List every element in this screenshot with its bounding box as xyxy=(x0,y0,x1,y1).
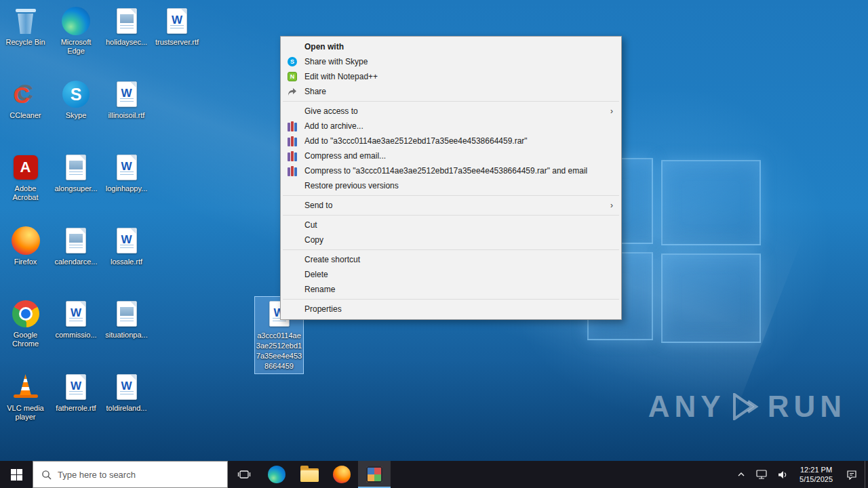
menu-icon-spacer xyxy=(285,304,300,314)
desktop-icon-label: trustserver.rtf xyxy=(155,38,199,47)
desktop-icon-microsoft-edge[interactable]: Microsoft Edge xyxy=(52,5,101,56)
menu-item-share[interactable]: Share xyxy=(282,84,620,99)
desktop-icon-adobe-acrobat[interactable]: AAdobe Acrobat xyxy=(1,152,50,202)
menu-item-properties[interactable]: Properties xyxy=(282,302,620,317)
desktop-icon-firefox[interactable]: Firefox xyxy=(1,225,50,266)
menu-item-rename[interactable]: Rename xyxy=(282,282,620,297)
chevron-up-icon xyxy=(737,472,745,477)
menu-item-label: Create shortcut xyxy=(304,255,613,264)
desktop-icon-loginhappy[interactable]: Wloginhappy... xyxy=(102,152,151,193)
desktop-icon-google-chrome[interactable]: Google Chrome xyxy=(1,298,50,348)
desktop-icon-fatherrole[interactable]: Wfatherrole.rtf xyxy=(52,371,101,413)
desktop-icon-label: VLC media player xyxy=(1,404,50,422)
vlc-media-player-icon xyxy=(10,371,41,403)
desktop-icon-recycle-bin[interactable]: Recycle Bin xyxy=(1,5,50,47)
desktop-icon-label: lossale.rtf xyxy=(111,258,142,266)
notepadpp-icon: N xyxy=(285,71,300,82)
taskbar-edge-button[interactable] xyxy=(260,461,293,488)
menu-icon-spacer xyxy=(285,254,300,265)
desktop-icon-label: Adobe Acrobat xyxy=(1,184,50,202)
tray-network-button[interactable] xyxy=(751,461,772,488)
menu-item-restore-previous-versions[interactable]: Restore previous versions xyxy=(282,178,620,193)
desktop-icon-label: fatherrole.rtf xyxy=(56,404,96,413)
clock-time: 12:21 PM xyxy=(800,465,833,474)
desktop-icon-holidaysec[interactable]: holidaysec... xyxy=(102,5,151,47)
desktop-icon-calendarce[interactable]: calendarce... xyxy=(52,225,101,266)
tray-chevron-up-button[interactable] xyxy=(732,461,751,488)
desktop-icon-toldireland[interactable]: Wtoldireland... xyxy=(102,371,151,413)
system-tray: 12:21 PM 5/15/2025 xyxy=(732,461,868,488)
menu-item-create-shortcut[interactable]: Create shortcut xyxy=(282,252,620,267)
menu-item-label: Rename xyxy=(304,285,613,294)
taskbar-file-explorer-button[interactable] xyxy=(293,461,326,488)
menu-item-cut[interactable]: Cut xyxy=(282,218,620,232)
submenu-arrow-icon: › xyxy=(610,201,613,210)
fatherrole-icon: W xyxy=(60,371,92,403)
taskbar-active-app-button[interactable] xyxy=(358,461,391,488)
menu-separator xyxy=(283,195,619,196)
edge-icon xyxy=(268,466,285,483)
menu-item-give-access-to[interactable]: Give access to› xyxy=(282,104,620,119)
desktop-icon-alongsuper[interactable]: alongsuper... xyxy=(52,152,101,193)
desktop-icon-skype[interactable]: SSkype xyxy=(52,79,101,120)
adobe-acrobat-icon: A xyxy=(10,152,41,183)
firefox-icon xyxy=(333,466,351,483)
desktop-icon-label: alongsuper... xyxy=(55,184,98,193)
menu-icon-spacer xyxy=(285,106,300,117)
menu-item-send-to[interactable]: Send to› xyxy=(282,198,620,213)
menu-separator xyxy=(283,215,619,216)
anyrun-watermark-right: RUN xyxy=(768,390,846,424)
submenu-arrow-icon: › xyxy=(610,106,613,116)
desktop-icon-label: Recycle Bin xyxy=(5,38,45,47)
search-icon xyxy=(41,470,52,480)
menu-item-label: Restore previous versions xyxy=(304,181,613,190)
tray-volume-button[interactable] xyxy=(772,461,793,488)
menu-item-add-to-a3ccc0114ae3ae2512ebd17a35ee4e45386[interactable]: Add to "a3ccc0114ae3ae2512ebd17a35ee4e45… xyxy=(282,134,620,148)
desktop-icon-label: Skype xyxy=(66,111,87,120)
desktop-icon-trustserver[interactable]: Wtrustserver.rtf xyxy=(153,5,202,47)
menu-item-label: Send to xyxy=(304,201,610,210)
action-center-button[interactable] xyxy=(839,461,865,488)
ccleaner-icon: CC xyxy=(10,79,41,110)
loginhappy-icon: W xyxy=(111,152,142,183)
taskbar-firefox-button[interactable] xyxy=(326,461,358,488)
menu-item-label: Compress to "a3ccc0114ae3ae2512ebd17a35e… xyxy=(304,166,613,176)
menu-item-label: Share with Skype xyxy=(304,57,613,66)
menu-icon-spacer xyxy=(285,284,300,295)
menu-item-label: Properties xyxy=(304,304,613,314)
anyrun-play-icon xyxy=(731,393,762,420)
taskbar-clock[interactable]: 12:21 PM 5/15/2025 xyxy=(793,465,839,484)
desktop-icon-illinoisoil[interactable]: Willinoisoil.rtf xyxy=(102,79,151,120)
menu-item-compress-and-email[interactable]: Compress and email... xyxy=(282,148,620,163)
desktop-icon-situationpa[interactable]: situationpa... xyxy=(102,298,151,340)
taskbar-search-input[interactable]: Type here to search xyxy=(33,461,228,488)
desktop-icon-label: CCleaner xyxy=(9,111,41,120)
menu-item-compress-to-a3ccc0114ae3ae2512ebd17a35ee4e[interactable]: Compress to "a3ccc0114ae3ae2512ebd17a35e… xyxy=(282,163,620,178)
windows-logo-icon xyxy=(11,469,22,481)
desktop-icon-label: Microsoft Edge xyxy=(52,38,100,56)
winrar-icon xyxy=(285,136,300,146)
desktop-icon-commissio[interactable]: Wcommissio... xyxy=(52,298,101,340)
task-view-button[interactable] xyxy=(228,461,260,488)
menu-item-share-with-skype[interactable]: SShare with Skype xyxy=(282,54,620,69)
desktop[interactable]: Recycle BinCCCCleanerAAdobe AcrobatFiref… xyxy=(0,0,868,461)
menu-item-open-with[interactable]: Open with xyxy=(282,39,620,54)
menu-item-label: Give access to xyxy=(304,106,610,116)
menu-icon-spacer xyxy=(285,180,300,191)
show-desktop-button[interactable] xyxy=(865,461,868,488)
desktop-icon-vlc-media-player[interactable]: VLC media player xyxy=(1,371,50,422)
microsoft-edge-icon xyxy=(60,5,92,37)
windows-logo-pane xyxy=(661,253,761,343)
menu-item-add-to-archive[interactable]: Add to archive... xyxy=(282,119,620,134)
menu-item-delete[interactable]: Delete xyxy=(282,267,620,282)
start-button[interactable] xyxy=(0,461,33,488)
menu-item-copy[interactable]: Copy xyxy=(282,232,620,247)
menu-item-label: Copy xyxy=(304,235,613,245)
desktop-icon-ccleaner[interactable]: CCCCleaner xyxy=(1,79,50,120)
desktop-icon-label: loginhappy... xyxy=(106,184,148,193)
menu-item-edit-with-notepad[interactable]: NEdit with Notepad++ xyxy=(282,69,620,84)
desktop-icon-lossale[interactable]: Wlossale.rtf xyxy=(102,225,151,266)
menu-icon-spacer xyxy=(285,220,300,230)
menu-item-label: Edit with Notepad++ xyxy=(304,72,613,81)
menu-item-label: Add to archive... xyxy=(304,121,613,131)
